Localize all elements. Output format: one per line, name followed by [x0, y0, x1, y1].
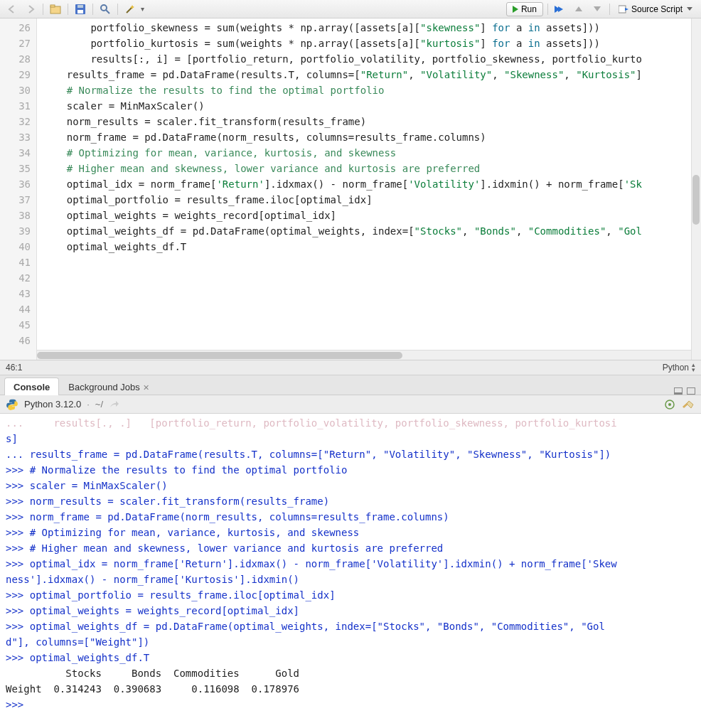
back-icon[interactable]	[4, 2, 20, 16]
run-label: Run	[521, 4, 537, 14]
python-icon	[6, 398, 18, 411]
svg-point-5	[101, 5, 107, 11]
step-down-icon[interactable]	[589, 2, 605, 16]
editor-toolbar: ▾ Run Source Script	[0, 0, 701, 18]
language-label[interactable]: Python	[663, 363, 689, 373]
wand-icon[interactable]	[122, 2, 138, 16]
svg-line-6	[106, 10, 109, 14]
console-title: Python 3.12.0	[24, 399, 81, 410]
horizontal-scrollbar[interactable]	[37, 350, 701, 360]
console-output[interactable]: ... results[., .] [portfolio_return, por…	[0, 414, 701, 728]
source-script-button[interactable]: Source Script	[614, 3, 697, 16]
svg-rect-8	[619, 6, 626, 13]
svg-rect-3	[77, 10, 83, 14]
console-path: ~/	[95, 399, 103, 410]
editor-statusbar: 46:1 Python ▴▾	[0, 360, 701, 375]
svg-rect-4	[77, 5, 83, 8]
scrollbar-thumb[interactable]	[692, 175, 700, 225]
maximize-panel-icon[interactable]	[687, 387, 695, 395]
broom-icon[interactable]	[681, 400, 695, 410]
line-gutter: 2627282930313233343536373839404142434445…	[0, 18, 37, 360]
panel-tabs: Console Background Jobs✕	[0, 375, 701, 395]
source-label: Source Script	[631, 4, 683, 14]
scrollbar-thumb[interactable]	[37, 352, 402, 359]
vertical-scrollbar[interactable]	[691, 18, 701, 360]
cursor-position: 46:1	[6, 363, 22, 373]
close-icon[interactable]: ✕	[143, 383, 149, 392]
run-button[interactable]: Run	[506, 2, 543, 16]
search-icon[interactable]	[97, 2, 113, 16]
share-icon[interactable]	[109, 400, 119, 409]
save-icon[interactable]	[73, 2, 88, 16]
play-icon	[513, 6, 518, 13]
chevron-down-icon	[687, 7, 692, 11]
status-ok-icon	[664, 399, 675, 410]
rerun-icon[interactable]	[552, 2, 568, 16]
svg-point-10	[668, 403, 671, 406]
code-area[interactable]: portfolio_skewness = sum(weights * np.ar…	[37, 18, 701, 360]
code-editor[interactable]: 2627282930313233343536373839404142434445…	[0, 18, 701, 360]
open-file-icon[interactable]	[48, 2, 63, 16]
minimize-panel-icon[interactable]	[674, 387, 683, 395]
svg-rect-1	[50, 5, 55, 7]
console-header: Python 3.12.0 · ~/	[0, 395, 701, 414]
tab-console[interactable]: Console	[4, 378, 59, 395]
language-stepper-icon[interactable]: ▴▾	[692, 363, 695, 373]
tab-background-jobs[interactable]: Background Jobs✕	[59, 378, 158, 395]
step-up-icon[interactable]	[571, 2, 587, 16]
forward-icon[interactable]	[23, 2, 38, 16]
